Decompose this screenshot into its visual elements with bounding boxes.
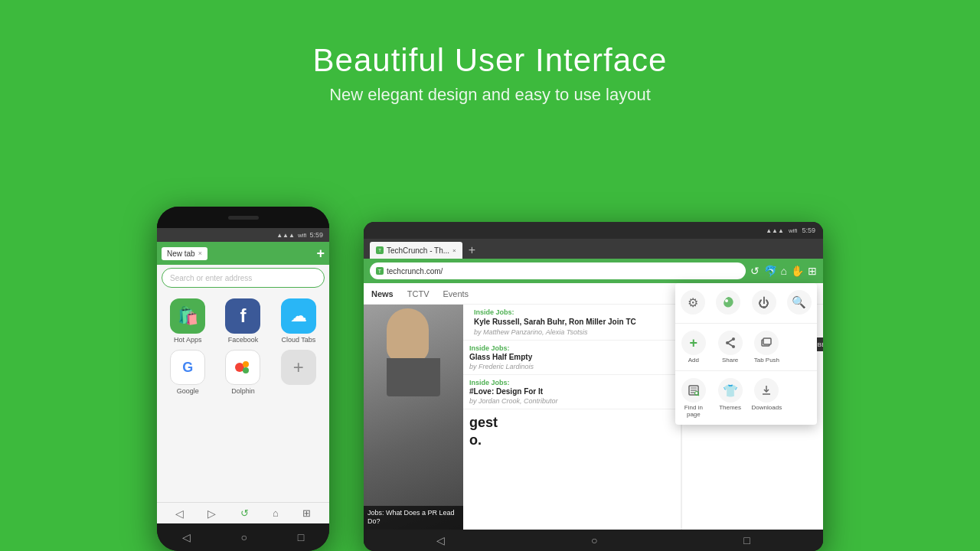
phone-back-icon[interactable]: ◁ [175,507,184,520]
dolphin-icon [225,350,260,385]
menu-settings-btn[interactable]: ⚙ [675,288,710,318]
tc-featured-area: Jobs: What Does a PR Lead Do? [364,305,463,530]
menu-row-1: ⚙ ⏻ [675,283,817,324]
phone-tabs-icon[interactable]: ⊞ [302,507,311,519]
phone-speaker [228,216,259,220]
tablet-tabs-grid-icon[interactable]: ⊞ [808,265,817,277]
phone-home-icon[interactable]: ⌂ [273,507,279,519]
phone-tab-bar: New tab × + [157,242,329,265]
tc-article-author-1: by Matthew Panzarino, Alexia Tsotsis [474,328,675,336]
tc-article-author-3: by Jordan Crook, Contributor [469,397,675,405]
tablet-gesture-icon[interactable]: ✋ [791,265,804,277]
facebook-icon: f [225,298,260,334]
tablet-active-tab[interactable]: T TechCrunch - Th... × [370,242,462,259]
settings-icon: ⚙ [681,290,705,315]
phone-top-bar [157,207,329,228]
menu-downloads-btn[interactable]: Downloads [749,376,786,420]
tab-favicon: T [376,246,384,254]
exit-icon: ⏻ [752,290,776,315]
tablet-address-bar[interactable]: T techcrunch.com/ [370,262,746,279]
add-menu-icon: + [681,331,706,355]
cloudtabs-icon: ☁ [281,298,316,334]
tc-article-title-1[interactable]: Kyle Russell, Sarah Buhr, Ron Miller Joi… [474,317,675,327]
tablet-sys-home[interactable]: ○ [591,534,597,546]
tablet-time: 5:59 [802,227,815,234]
phone-forward-icon[interactable]: ▷ [207,507,216,520]
speed-dial-add[interactable]: + [281,350,316,395]
dolphin-menu-icon [716,290,740,315]
address-url: techcrunch.com/ [387,267,443,276]
menu-share-btn[interactable]: Share [712,328,749,366]
tc-article-title-3[interactable]: #Love: Design For It [469,387,675,396]
tablet-wifi-icon: wifi [789,227,798,234]
phone-speed-dial: 🛍️ Hot Apps f Facebook ☁ Cloud Tabs [157,291,329,403]
phone-address-bar[interactable]: Search or enter address [162,268,325,288]
tablet-sys-back[interactable]: ◁ [436,534,445,546]
android-home-icon[interactable]: ○ [241,531,247,543]
google-icon: G [170,350,205,385]
tablet-sys-recents[interactable]: □ [743,534,750,546]
hotapps-icon: 🛍️ [170,298,205,334]
svg-point-1 [243,361,249,367]
phone-address-placeholder: Search or enter address [170,274,252,282]
menu-exit-btn[interactable]: ⏻ [746,288,782,318]
tc-article-category-3: Inside Jobs: [469,379,675,386]
svg-line-8 [727,343,733,347]
page-subtitle: New elegant design and easy to use layou… [0,85,980,105]
phone-tab-label: New tab [167,249,195,258]
menu-themes-btn[interactable]: 👕 Themes [712,376,749,420]
findinpage-label: Find in page [678,404,710,418]
tablet-tab-label: TechCrunch - Th... [387,246,449,255]
menu-row-2: + Add Share [675,324,817,371]
phone-active-tab[interactable]: New tab × [162,247,207,260]
search-icon: 🔍 [787,290,812,315]
phone-refresh-icon[interactable]: ↺ [240,507,249,519]
phone-tab-close-icon[interactable]: × [198,249,202,257]
android-back-icon[interactable]: ◁ [182,531,191,543]
menu-add-btn[interactable]: + Add [675,328,712,366]
add-menu-label: Add [688,357,699,364]
speed-dial-hotapps[interactable]: 🛍️ Hot Apps [170,298,205,344]
findinpage-icon [681,378,706,403]
tc-article-meta-1: Inside Jobs: Kyle Russell, Sarah Buhr, R… [474,308,675,336]
svg-rect-10 [763,338,771,344]
speed-dial-facebook[interactable]: f Facebook [225,298,260,344]
phone-signal-icon: ▲▲▲ [276,232,295,239]
tc-article-author-2: by Frederic Lardinois [469,363,675,370]
menu-dolphin-btn[interactable] [710,288,746,318]
menu-search-btn[interactable]: 🔍 [782,288,817,318]
tablet-system-nav: ◁ ○ □ [364,530,823,551]
tc-nav-news[interactable]: News [371,289,394,298]
tablet-refresh-icon[interactable]: ↺ [750,265,760,277]
phone-wifi-icon: wifi [298,232,307,239]
android-recents-icon[interactable]: □ [298,531,304,543]
speed-dial-dolphin[interactable]: Dolphin [225,350,260,395]
tablet-new-tab-btn[interactable]: + [469,243,475,259]
tc-article-title-2[interactable]: Glass Half Empty [469,353,675,361]
cloudtabs-label: Cloud Tabs [281,336,315,344]
svg-point-2 [243,367,249,373]
tc-article-meta-3: Inside Jobs: #Love: Design For It by Jor… [469,379,675,405]
tablet-tab-bar: T TechCrunch - Th... × + [364,239,823,259]
phone-new-tab-btn[interactable]: + [316,246,325,262]
downloads-label: Downloads [752,404,782,411]
google-label: Google [177,387,199,395]
devices-wrapper: ▲▲▲ wifi 5:59 New tab × + Search or [157,176,823,551]
tablet-back-icon[interactable]: 🐬 [764,265,777,277]
table-row: Inside Jobs: Kyle Russell, Sarah Buhr, R… [463,305,681,341]
tc-nav-tctv[interactable]: TCTV [407,289,430,298]
tablet-nav-icons: 🐬 ⌂ ✋ ⊞ [764,265,817,277]
menu-tabpush-btn[interactable]: Tab Push [749,328,786,366]
menu-findinpage-btn[interactable]: Find in page [675,376,712,420]
speed-dial-google[interactable]: G Google [170,350,205,395]
context-menu: ⚙ ⏻ [675,283,817,425]
tc-featured-image: Jobs: What Does a PR Lead Do? [364,305,463,530]
menu-row-3: Find in page 👕 Themes [675,371,817,425]
tablet-tab-close-icon[interactable]: × [452,247,456,254]
tc-articles-panel: Inside Jobs: Kyle Russell, Sarah Buhr, R… [463,305,681,530]
themes-label: Themes [719,404,741,411]
address-favicon: T [376,267,384,275]
speed-dial-cloudtabs[interactable]: ☁ Cloud Tabs [281,298,316,344]
tablet-home-icon[interactable]: ⌂ [781,265,787,277]
tc-nav-events[interactable]: Events [443,289,469,298]
